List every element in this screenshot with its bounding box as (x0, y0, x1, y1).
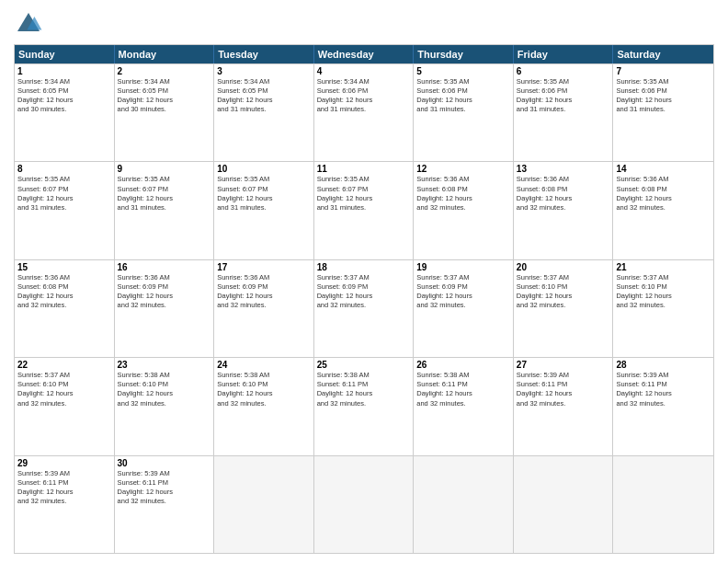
cell-text: and 32 minutes. (118, 399, 211, 408)
cell-text: and 32 minutes. (517, 399, 610, 408)
calendar-day-17: 17Sunrise: 5:36 AMSunset: 6:09 PMDayligh… (214, 260, 314, 357)
day-number: 18 (317, 262, 411, 272)
calendar-header: SundayMondayTuesdayWednesdayThursdayFrid… (15, 45, 713, 63)
calendar-day-8: 8Sunrise: 5:35 AMSunset: 6:07 PMDaylight… (15, 162, 115, 259)
cell-text: Daylight: 12 hours (217, 96, 311, 105)
header-cell-sunday: Sunday (15, 45, 115, 63)
cell-text: Sunset: 6:11 PM (317, 380, 411, 389)
cell-text: Sunset: 6:07 PM (17, 185, 111, 194)
cell-text: Sunset: 6:06 PM (517, 86, 610, 96)
cell-text: and 30 minutes. (118, 105, 211, 114)
cell-text: Sunrise: 5:34 AM (217, 77, 311, 86)
day-number: 29 (17, 458, 111, 468)
calendar-empty (514, 456, 614, 553)
calendar-empty (414, 456, 514, 553)
cell-text: Daylight: 12 hours (118, 292, 211, 301)
cell-text: Sunset: 6:08 PM (416, 185, 510, 194)
calendar-day-13: 13Sunrise: 5:36 AMSunset: 6:08 PMDayligh… (514, 162, 614, 259)
cell-text: and 31 minutes. (317, 105, 411, 114)
cell-text: and 32 minutes. (317, 399, 411, 408)
calendar-day-5: 5Sunrise: 5:35 AMSunset: 6:06 PMDaylight… (414, 64, 514, 161)
cell-text: Sunrise: 5:39 AM (17, 469, 111, 478)
cell-text: Sunrise: 5:36 AM (17, 273, 111, 282)
calendar-day-20: 20Sunrise: 5:37 AMSunset: 6:10 PMDayligh… (514, 260, 614, 357)
calendar-day-1: 1Sunrise: 5:34 AMSunset: 6:05 PMDaylight… (15, 64, 115, 161)
calendar-day-19: 19Sunrise: 5:37 AMSunset: 6:09 PMDayligh… (414, 260, 514, 357)
cell-text: Daylight: 12 hours (517, 389, 610, 398)
cell-text: Sunset: 6:08 PM (517, 185, 610, 194)
day-number: 11 (317, 164, 411, 174)
cell-text: Sunrise: 5:37 AM (317, 273, 411, 282)
day-number: 5 (416, 66, 510, 76)
cell-text: and 32 minutes. (416, 203, 510, 213)
day-number: 3 (217, 66, 311, 76)
cell-text: and 32 minutes. (616, 399, 711, 408)
calendar-day-9: 9Sunrise: 5:35 AMSunset: 6:07 PMDaylight… (115, 162, 215, 259)
cell-text: Sunset: 6:11 PM (17, 478, 111, 488)
calendar-day-23: 23Sunrise: 5:38 AMSunset: 6:10 PMDayligh… (115, 358, 215, 454)
day-number: 1 (17, 66, 111, 76)
calendar-day-26: 26Sunrise: 5:38 AMSunset: 6:11 PMDayligh… (414, 358, 514, 454)
cell-text: Sunrise: 5:35 AM (517, 77, 610, 86)
header-cell-thursday: Thursday (414, 45, 514, 63)
header-cell-tuesday: Tuesday (214, 45, 314, 63)
cell-text: and 32 minutes. (616, 203, 711, 213)
day-number: 19 (416, 262, 510, 272)
calendar-body: 1Sunrise: 5:34 AMSunset: 6:05 PMDaylight… (15, 63, 713, 553)
cell-text: Daylight: 12 hours (217, 389, 311, 398)
cell-text: Sunset: 6:10 PM (616, 282, 711, 292)
cell-text: Sunrise: 5:35 AM (17, 175, 111, 184)
cell-text: and 31 minutes. (217, 203, 311, 213)
day-number: 17 (217, 262, 311, 272)
cell-text: Sunrise: 5:36 AM (118, 273, 211, 282)
calendar-day-7: 7Sunrise: 5:35 AMSunset: 6:06 PMDaylight… (613, 64, 713, 161)
cell-text: and 31 minutes. (217, 105, 311, 114)
cell-text: Daylight: 12 hours (317, 292, 411, 301)
cell-text: Sunrise: 5:35 AM (317, 175, 411, 184)
cell-text: Daylight: 12 hours (616, 292, 711, 301)
cell-text: Sunrise: 5:35 AM (217, 175, 311, 184)
cell-text: Daylight: 12 hours (217, 292, 311, 301)
cell-text: Sunset: 6:05 PM (17, 86, 111, 96)
cell-text: Sunset: 6:11 PM (416, 380, 510, 389)
cell-text: Sunset: 6:10 PM (17, 380, 111, 389)
cell-text: Sunset: 6:05 PM (217, 86, 311, 96)
day-number: 27 (517, 360, 610, 370)
cell-text: and 32 minutes. (217, 399, 311, 408)
calendar-day-2: 2Sunrise: 5:34 AMSunset: 6:05 PMDaylight… (115, 64, 215, 161)
day-number: 10 (217, 164, 311, 174)
cell-text: Daylight: 12 hours (17, 96, 111, 105)
cell-text: Daylight: 12 hours (118, 488, 211, 497)
calendar-day-16: 16Sunrise: 5:36 AMSunset: 6:09 PMDayligh… (115, 260, 215, 357)
day-number: 8 (17, 164, 111, 174)
day-number: 24 (217, 360, 311, 370)
calendar-day-18: 18Sunrise: 5:37 AMSunset: 6:09 PMDayligh… (314, 260, 415, 357)
cell-text: and 30 minutes. (17, 105, 111, 114)
cell-text: and 32 minutes. (317, 301, 411, 310)
calendar-day-30: 30Sunrise: 5:39 AMSunset: 6:11 PMDayligh… (115, 456, 215, 553)
day-number: 15 (17, 262, 111, 272)
cell-text: Sunset: 6:09 PM (217, 282, 311, 292)
calendar-empty (613, 456, 713, 553)
cell-text: and 32 minutes. (118, 497, 211, 506)
day-number: 23 (118, 360, 211, 370)
cell-text: Sunset: 6:07 PM (217, 185, 311, 194)
cell-text: and 31 minutes. (118, 203, 211, 213)
day-number: 16 (118, 262, 211, 272)
cell-text: Daylight: 12 hours (416, 389, 510, 398)
cell-text: Daylight: 12 hours (616, 194, 711, 203)
day-number: 28 (616, 360, 711, 370)
cell-text: and 32 minutes. (616, 301, 711, 310)
calendar-day-28: 28Sunrise: 5:39 AMSunset: 6:11 PMDayligh… (613, 358, 713, 454)
calendar-day-25: 25Sunrise: 5:38 AMSunset: 6:11 PMDayligh… (314, 358, 415, 454)
cell-text: Sunrise: 5:35 AM (118, 175, 211, 184)
calendar-day-24: 24Sunrise: 5:38 AMSunset: 6:10 PMDayligh… (214, 358, 314, 454)
cell-text: Daylight: 12 hours (317, 389, 411, 398)
cell-text: Sunset: 6:08 PM (616, 185, 711, 194)
day-number: 6 (517, 66, 610, 76)
calendar-day-10: 10Sunrise: 5:35 AMSunset: 6:07 PMDayligh… (214, 162, 314, 259)
cell-text: Sunrise: 5:37 AM (517, 273, 610, 282)
cell-text: Sunset: 6:11 PM (118, 478, 211, 488)
cell-text: and 31 minutes. (616, 105, 711, 114)
cell-text: and 31 minutes. (416, 105, 510, 114)
